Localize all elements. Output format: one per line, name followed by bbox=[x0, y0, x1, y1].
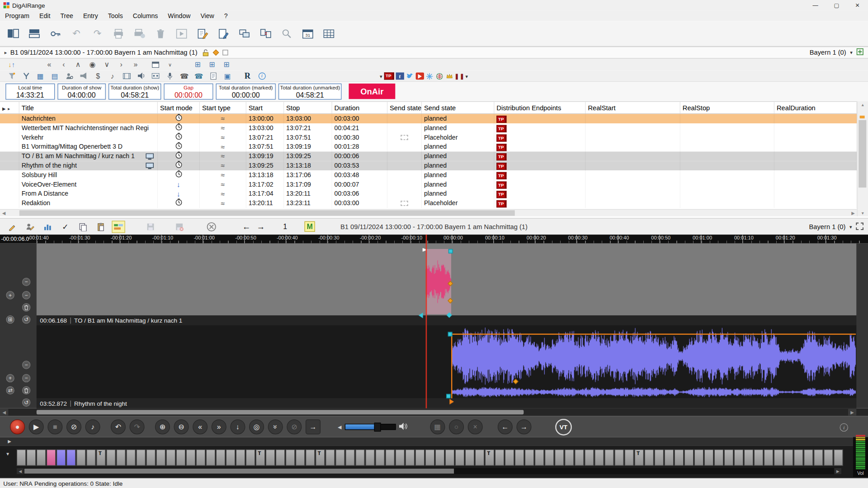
overview-block[interactable] bbox=[296, 449, 305, 466]
minimize-button[interactable]: — bbox=[805, 0, 826, 10]
editor-channel-value[interactable]: Bayern 1 (0) bbox=[809, 223, 846, 230]
overview-block[interactable] bbox=[694, 449, 704, 466]
goto-end-button[interactable]: → bbox=[306, 419, 321, 434]
entry-sort-button[interactable]: ↓↑ bbox=[5, 60, 19, 70]
menu-entry[interactable]: Entry bbox=[78, 11, 103, 20]
menu-tree[interactable]: Tree bbox=[55, 11, 78, 20]
track-zoom-out-button[interactable]: − bbox=[22, 374, 30, 382]
channel-select-value[interactable]: Bayern 1 (0) bbox=[810, 49, 846, 56]
scroll-right-icon[interactable]: ▶ bbox=[848, 409, 856, 416]
track-delete-button[interactable] bbox=[22, 303, 30, 311]
hybrid-phone-button[interactable]: ☎ bbox=[192, 71, 206, 81]
overview-block[interactable] bbox=[495, 449, 505, 466]
store-take-button[interactable] bbox=[144, 221, 157, 233]
overview-block[interactable]: T bbox=[256, 449, 265, 466]
scroll-left-icon[interactable]: ◀ bbox=[0, 409, 8, 416]
money-button[interactable]: $ bbox=[91, 71, 105, 81]
stop-button[interactable]: ■ bbox=[47, 419, 62, 434]
menu-columns[interactable]: Columns bbox=[128, 11, 163, 20]
calendar-icon[interactable]: 31 bbox=[300, 26, 316, 41]
snowflake-endpoint-icon[interactable] bbox=[425, 72, 434, 80]
volume-handle[interactable] bbox=[374, 423, 381, 432]
overview-block[interactable] bbox=[385, 449, 395, 466]
overview-block[interactable] bbox=[86, 449, 96, 466]
overview-block[interactable] bbox=[76, 449, 86, 466]
region-label[interactable]: R bbox=[240, 71, 255, 81]
insert-sub-button[interactable]: ⊞ bbox=[205, 60, 219, 70]
facebook-endpoint-icon[interactable]: f bbox=[396, 72, 404, 80]
column-header-duration[interactable]: Duration bbox=[332, 102, 387, 113]
nav-next-button[interactable]: › bbox=[114, 60, 128, 70]
fade-end-marker[interactable] bbox=[449, 399, 454, 404]
scroll-left-icon[interactable]: ◀ bbox=[0, 210, 8, 216]
menu-program[interactable]: Program bbox=[0, 11, 34, 20]
strip-expander-icon[interactable]: ▶ bbox=[8, 439, 11, 444]
split-button[interactable] bbox=[19, 71, 33, 81]
youtube-endpoint-icon[interactable] bbox=[415, 72, 424, 80]
delete-icon[interactable] bbox=[153, 26, 168, 41]
search-icon[interactable] bbox=[279, 26, 294, 41]
scroll-thumb[interactable] bbox=[24, 469, 454, 474]
marker-toggle-button[interactable]: M bbox=[304, 221, 315, 232]
crown-endpoint-icon[interactable] bbox=[445, 72, 453, 80]
zoom-selection-button[interactable]: ◎ bbox=[249, 419, 264, 434]
overview-block[interactable] bbox=[136, 449, 146, 466]
overview-block[interactable] bbox=[405, 449, 415, 466]
prev-take-button[interactable]: ← bbox=[241, 221, 251, 233]
overview-block[interactable] bbox=[345, 449, 355, 466]
tp-endpoint-badge[interactable]: TP bbox=[384, 72, 394, 80]
back-button[interactable]: ← bbox=[498, 419, 513, 434]
overview-block[interactable] bbox=[415, 449, 425, 466]
playlist-row[interactable]: TO / B1 am Mi Nachmittag / kurz nach 1≈1… bbox=[0, 152, 857, 161]
web-endpoint-icon[interactable] bbox=[435, 72, 443, 80]
overview-block[interactable] bbox=[764, 449, 774, 466]
column-header-start-mode[interactable]: Start mode bbox=[158, 102, 200, 113]
column-header-realduration[interactable]: RealDuration bbox=[774, 102, 857, 113]
grid-icon[interactable] bbox=[321, 26, 336, 41]
overview-block[interactable] bbox=[744, 449, 754, 466]
overview-block[interactable]: T bbox=[634, 449, 644, 466]
overview-block[interactable] bbox=[724, 449, 734, 466]
overview-block[interactable] bbox=[425, 449, 434, 466]
overview-block[interactable] bbox=[684, 449, 693, 466]
insert-after-button[interactable]: ⊞ bbox=[219, 60, 234, 70]
overview-block[interactable] bbox=[375, 449, 385, 466]
overview-block[interactable] bbox=[644, 449, 654, 466]
overview-block[interactable] bbox=[624, 449, 634, 466]
overview-block[interactable] bbox=[754, 449, 764, 466]
zoom-out-button[interactable]: ⊖ bbox=[174, 419, 189, 434]
levels-button[interactable] bbox=[41, 221, 54, 233]
overview-block[interactable] bbox=[505, 449, 514, 466]
twitter-endpoint-icon[interactable] bbox=[406, 72, 414, 80]
person-search-button[interactable] bbox=[62, 71, 76, 81]
nav-first-button[interactable]: « bbox=[42, 60, 57, 70]
transfer-icon[interactable] bbox=[258, 26, 274, 41]
overview-block[interactable] bbox=[286, 449, 295, 466]
overview-block[interactable] bbox=[515, 449, 524, 466]
phone-button[interactable]: ☎ bbox=[177, 71, 192, 81]
tape-button[interactable] bbox=[148, 71, 163, 81]
nav-up-button[interactable]: ∧ bbox=[71, 60, 85, 70]
copy-button[interactable] bbox=[76, 221, 90, 233]
overview-block[interactable] bbox=[166, 449, 175, 466]
track-fit-button[interactable]: ⊞ bbox=[6, 315, 14, 324]
overview-block[interactable] bbox=[585, 449, 594, 466]
author-button[interactable] bbox=[23, 221, 36, 233]
editor-expand-button[interactable] bbox=[856, 222, 863, 232]
redo-button[interactable]: ↷ bbox=[130, 419, 145, 434]
overview-block[interactable] bbox=[116, 449, 126, 466]
record-button[interactable]: ● bbox=[10, 419, 25, 434]
menu-help[interactable]: ? bbox=[219, 11, 233, 20]
undo-icon[interactable]: ↶ bbox=[69, 26, 84, 41]
overview-block[interactable] bbox=[435, 449, 444, 466]
editor-hscrollbar[interactable]: ◀ ▶ bbox=[0, 408, 868, 416]
overview-block[interactable] bbox=[276, 449, 285, 466]
playlist-row[interactable]: Redaktion≈13:20:1113:23:1100:03:00Placeh… bbox=[0, 199, 857, 208]
overview-block[interactable] bbox=[126, 449, 136, 466]
print-report-icon[interactable] bbox=[132, 26, 147, 41]
playlist-hscrollbar[interactable]: ◀ ▶ bbox=[0, 209, 857, 216]
cancel-edit-button[interactable] bbox=[205, 221, 218, 233]
overview-block[interactable] bbox=[475, 449, 485, 466]
expand-tracks-button[interactable]: » bbox=[268, 419, 283, 434]
overview-block[interactable] bbox=[445, 449, 454, 466]
